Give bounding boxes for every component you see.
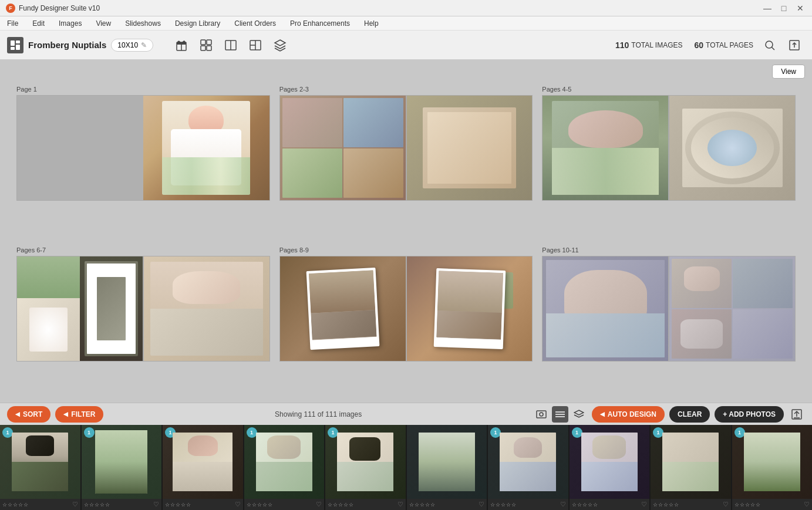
menu-file[interactable]: File [5, 18, 21, 29]
layout-icon-btn[interactable] [245, 35, 266, 56]
page-label-6-7: Pages 6-7 [16, 246, 270, 254]
page-label-4-5: Pages 4-5 [542, 86, 796, 93]
page-4-half [543, 96, 668, 200]
menu-bar: File Edit Images View Slideshows Design … [0, 16, 812, 31]
strip-footer-6: ☆☆☆☆☆ ♡ [407, 499, 487, 510]
svg-rect-8 [207, 40, 211, 45]
edit-icon[interactable]: ✎ [141, 41, 147, 49]
page-spread-10-11[interactable] [542, 256, 796, 362]
strip-footer-4: ☆☆☆☆☆ ♡ [244, 499, 325, 510]
total-images-label: TOTAL IMAGES [631, 41, 682, 49]
strip-stars-4[interactable]: ☆☆☆☆☆ [247, 502, 273, 508]
page-spread-6-7[interactable] [16, 256, 270, 362]
filter-button[interactable]: ◀ FILTER [55, 406, 103, 423]
menu-help[interactable]: Help [362, 18, 381, 29]
strip-stars-10[interactable]: ☆☆☆☆☆ [734, 502, 761, 508]
page-label-2-3: Pages 2-3 [279, 86, 533, 93]
strip-photo-5[interactable]: 1 ☆☆☆☆☆ ♡ [325, 425, 407, 510]
bottom-bar: ◀ SORT ◀ FILTER Showing 111 of 111 image… [0, 403, 812, 425]
page-group-2-3: Pages 2-3 [275, 81, 538, 242]
page-spread-4-5[interactable] [542, 95, 796, 201]
page-group-8-9: Pages 8-9 [275, 242, 538, 403]
auto-design-button[interactable]: ◀ AUTO DESIGN [592, 406, 665, 423]
strip-heart-10[interactable]: ♡ [804, 501, 810, 508]
menu-client-orders[interactable]: Client Orders [232, 18, 278, 29]
strip-photo-3[interactable]: 1 ☆☆☆☆☆ ♡ [163, 425, 244, 510]
svg-rect-1 [16, 40, 20, 43]
strip-heart-8[interactable]: ♡ [641, 501, 647, 508]
grid-icon-btn[interactable] [196, 35, 217, 56]
strip-stars-9[interactable]: ☆☆☆☆☆ [653, 502, 679, 508]
layers-icon-btn[interactable] [269, 35, 291, 56]
strip-photo-1[interactable]: 1 ☆☆☆☆☆ ♡ [0, 425, 82, 510]
size-badge[interactable]: 10X10 ✎ [111, 39, 153, 52]
brand-icon [7, 37, 23, 53]
export-icon-btn[interactable] [784, 35, 805, 56]
strip-heart-4[interactable]: ♡ [316, 501, 322, 508]
page-spread-8-9[interactable]: ↻ ↺ ⇄ ⊞ ✕ [279, 256, 533, 362]
photo-strip: 1 ☆☆☆☆☆ ♡ 1 [0, 425, 812, 510]
page-6-half [17, 256, 143, 361]
close-button[interactable]: ✕ [794, 2, 806, 14]
strip-photo-10[interactable]: 1 ☆☆☆☆☆ ♡ [732, 425, 813, 510]
strip-heart-2[interactable]: ♡ [153, 501, 159, 508]
menu-view[interactable]: View [93, 18, 113, 29]
clear-button[interactable]: CLEAR [669, 406, 710, 423]
strip-stars-1[interactable]: ☆☆☆☆☆ [2, 502, 29, 508]
strip-heart-7[interactable]: ♡ [560, 501, 566, 508]
strip-photo-6[interactable]: ☆☆☆☆☆ ♡ [407, 425, 488, 510]
page-spread-2-3[interactable] [279, 95, 533, 201]
strip-photo-4[interactable]: 1 ☆☆☆☆☆ ♡ [244, 425, 326, 510]
page-9-half [407, 256, 533, 361]
strip-heart-3[interactable]: ♡ [235, 501, 241, 508]
strip-stars-3[interactable]: ☆☆☆☆☆ [165, 502, 191, 508]
menu-design-library[interactable]: Design Library [173, 18, 223, 29]
grid-view-btn[interactable] [552, 406, 568, 423]
export-strip-btn[interactable] [789, 406, 805, 423]
total-pages-label: TOTAL PAGES [706, 41, 753, 49]
brand-area: Fromberg Nuptials 10X10 ✎ [7, 37, 153, 53]
view-button[interactable]: View [772, 65, 805, 79]
stack-icon-btn[interactable] [571, 406, 587, 423]
page-11-half [669, 256, 795, 361]
book-icon-btn[interactable] [220, 35, 241, 56]
sort-button[interactable]: ◀ SORT [7, 406, 50, 423]
menu-edit[interactable]: Edit [30, 18, 47, 29]
svg-rect-9 [201, 46, 205, 50]
search-icon-btn[interactable] [759, 35, 780, 56]
strip-photo-9[interactable]: 1 ☆☆☆☆☆ ♡ [651, 425, 732, 510]
menu-slideshows[interactable]: Slideshows [123, 18, 163, 29]
minimize-button[interactable]: — [762, 2, 773, 14]
page-label-1: Page 1 [16, 86, 270, 93]
strip-stars-7[interactable]: ☆☆☆☆☆ [490, 502, 517, 508]
total-images-count: 110 [615, 40, 629, 50]
maximize-button[interactable]: □ [778, 2, 790, 14]
strip-footer-1: ☆☆☆☆☆ ♡ [0, 499, 80, 510]
strip-photo-2[interactable]: 1 ☆☆☆☆☆ ♡ [82, 425, 163, 510]
page-spread-1[interactable] [16, 95, 270, 201]
strip-stars-8[interactable]: ☆☆☆☆☆ [572, 502, 598, 508]
page-2-half [280, 96, 406, 200]
strip-stars-6[interactable]: ☆☆☆☆☆ [409, 502, 436, 508]
menu-pro-enhancements[interactable]: Pro Enhancements [288, 18, 352, 29]
strip-photo-8[interactable]: 1 ☆☆☆☆☆ ♡ [570, 425, 651, 510]
main-area: View Page 1 [0, 60, 812, 510]
strip-stars-5[interactable]: ☆☆☆☆☆ [328, 502, 354, 508]
page-1-blank [17, 96, 143, 200]
strip-footer-7: ☆☆☆☆☆ ♡ [488, 499, 568, 510]
strip-heart-5[interactable]: ♡ [397, 501, 403, 508]
svg-rect-3 [11, 47, 15, 50]
strip-stars-2[interactable]: ☆☆☆☆☆ [84, 502, 110, 508]
strip-footer-9: ☆☆☆☆☆ ♡ [651, 499, 731, 510]
strip-photo-7[interactable]: 1 ☆☆☆☆☆ ♡ [488, 425, 570, 510]
strip-heart-6[interactable]: ♡ [479, 501, 484, 508]
menu-images[interactable]: Images [56, 18, 84, 29]
strip-heart-1[interactable]: ♡ [72, 501, 78, 508]
add-photos-button[interactable]: + ADD PHOTOS [715, 406, 784, 423]
strip-footer-8: ☆☆☆☆☆ ♡ [570, 499, 650, 510]
slideshow-icon-btn[interactable] [533, 406, 550, 423]
svg-marker-16 [275, 40, 285, 46]
showing-text: Showing 111 of 111 images [114, 410, 522, 418]
gift-icon-btn[interactable] [171, 35, 192, 56]
strip-heart-9[interactable]: ♡ [723, 501, 729, 508]
